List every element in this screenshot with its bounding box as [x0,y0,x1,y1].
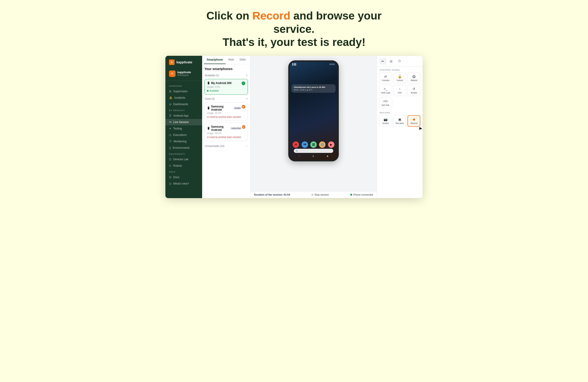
connect-button[interactable]: ⇄ Connect [379,73,392,83]
device-samsung-subscriber-usage: Usage: 30.2% [207,132,245,135]
tab-web[interactable]: Web [226,56,237,64]
screen-button[interactable]: 📷 Screen [379,115,392,127]
sidebar-item-incidents[interactable]: 🔔 Incidents [165,95,202,101]
rotate-button[interactable]: ↺ Rotate [407,85,420,96]
panel-tab-clock[interactable]: ⏱ [396,58,403,64]
app-icon-row: ✉ 🗺 🖼 🌐 ▶ [292,141,336,148]
sidebar-item-dashboards[interactable]: ◎ Dashboards [165,101,202,107]
connected-dot [350,194,352,196]
unlock-icon: 🔓 [398,75,402,78]
sidebar: k kapptivate K kapptivate Workspace OVER… [165,56,202,198]
device-retailer-status: ⊘ Used by another team member [207,116,241,118]
workspace-info: kapptivate Workspace [177,71,191,77]
device-card-samsung-subscriber[interactable]: 📱 Samsung Android subscriber K Usage: 30… [204,122,248,141]
hero-line1-start: Click on [207,10,252,22]
equipments-label: EQUIPMENTS [165,151,202,156]
executions-icon: ◎ [169,133,171,137]
sidebar-item-executions[interactable]: ◎ Executions [165,132,202,138]
adb-logs-button[interactable]: >_ ADB Logs [379,85,392,96]
session-time: 01:54 [284,193,290,196]
used-label: Used (2) [205,97,214,100]
device-card-my-android[interactable]: 📱 My Android 200 ✓ Usage: 0.0% Available [204,79,248,95]
unlock-button[interactable]: 🔓 Unlock [394,73,406,83]
sidebar-item-robots[interactable]: ⊙ Robots [165,162,202,169]
control-panel: ✏ ⊞ ⏱ CONTROL PANEL ⇄ Connect 🔓 Unlock ⏻… [377,56,423,198]
test-auto-label: Test auto. [395,122,404,124]
tab-smartphone[interactable]: Smartphone [204,56,226,64]
workspace-row[interactable]: K kapptivate Workspace [165,69,202,81]
sidebar-logo: k kapptivate [165,60,202,69]
apk-icon: ↑ [399,87,400,91]
sidebar-item-live-session[interactable]: ⟲ Live Session [165,119,202,125]
device-my-android-name: My Android 200 [211,81,231,85]
environments-icon: {} [169,146,171,149]
phone-notification: Abendessen mit Laura in 30 Min 20:30 - 2… [292,84,336,93]
record-button[interactable]: ⏺ Record ▶ [407,115,420,127]
unreachable-group-header[interactable]: Unreachable (10) › [204,143,248,149]
get-xml-label: Get XML [381,104,390,106]
sidebar-dashboards-label: Dashboards [173,103,188,106]
sidebar-item-monitoring[interactable]: ⏱ Monitoring [165,138,202,145]
apk-button[interactable]: ↑ APK [394,85,406,96]
device-samsung-subscriber-name: Samsung Android [211,125,230,132]
tab-sims[interactable]: SIMs [237,56,248,64]
phone-mockup: ▌▌▌ 20:00 Abendessen mit Laura in 30 Min… [288,60,339,161]
nav-recents[interactable]: ■ [327,155,328,157]
unlock-label: Unlock [397,79,403,81]
live-session-icon: ⟲ [169,121,171,124]
panel-tab-edit[interactable]: ✏ [379,58,387,64]
phone-search-bar[interactable]: G [294,149,333,153]
control-panel-label: CONTROL PANEL [377,67,423,73]
get-xml-icon: </> [383,100,388,103]
photos-icon: 🖼 [310,141,317,148]
sidebar-item-supervision[interactable]: ⊞ Supervision [165,88,202,95]
device-samsung-retailer-name: Samsung Android [211,105,232,111]
adb-logs-label: ADB Logs [381,92,390,94]
incidents-icon: 🔔 [169,96,172,100]
panel-tab-grid[interactable]: ⊞ [387,58,395,64]
test-auto-button[interactable]: ▣ Test auto. [394,115,406,127]
device-android-icon: 📱 [207,81,210,84]
unreachable-label: Unreachable (10) [205,145,224,147]
phone-nav-bar: ‹ ● ■ [292,154,336,158]
device-card-samsung-retailer[interactable]: 📱 Samsung Android retailer K Usage: 10.3… [204,102,248,121]
hero-line2: That's it, your test is ready! [223,36,365,48]
device-panel: Smartphone Web SIMs Your smartphones Ava… [202,56,250,198]
google-logo: G [296,150,298,152]
gmail-icon: ✉ [293,141,299,148]
phone-status-bar: ▌▌▌ 20:00 [290,62,337,66]
sidebar-item-testing[interactable]: ✦ Testing [165,125,202,132]
sidebar-item-docs[interactable]: ⊟ Docs [165,174,202,181]
adb-logs-icon: >_ [384,87,387,91]
used-group-header[interactable]: Used (2) ▾ [204,96,248,101]
nav-back[interactable]: ‹ [299,155,299,157]
device-samsung-retailer-usage: Usage: 10.3% [207,112,245,114]
device-list-title: Your smartphones [204,67,248,71]
stop-session-button[interactable]: ⊙ Stop session [312,193,329,196]
reboot-button[interactable]: ⏻ Reboot [407,73,420,83]
sidebar-item-devices-lab[interactable]: ⊡ Devices Lab [165,156,202,162]
sidebar-item-environments[interactable]: {} Environments [165,145,202,151]
available-group-header[interactable]: Available (1) ▾ [204,73,248,78]
app-window: k kapptivate K kapptivate Workspace OVER… [165,56,423,198]
connected-label: Phone connected [353,193,373,196]
device-samsung-retailer-icon: 📱 [207,106,210,109]
get-xml-button[interactable]: </> Get XML [379,97,392,108]
sidebar-docs-label: Docs [173,176,179,179]
android-app-arrow: › [198,114,198,117]
sidebar-item-android-app[interactable]: ☰ Android App › [165,113,202,119]
supervision-icon: ⊞ [169,90,171,93]
stop-icon: ⊙ [312,193,314,196]
available-status-dot [207,90,209,92]
connect-icon: ⇄ [384,75,387,78]
device-subscriber-user-badge: K [242,125,245,129]
logo-icon: k [169,60,175,65]
sidebar-item-whats-new[interactable]: ◎ What's new? [165,181,202,187]
whats-new-icon: ◎ [169,182,171,185]
sidebar-live-session-label: Live Session [173,121,189,124]
phone-content: Abendessen mit Laura in 30 Min 20:30 - 2… [290,66,337,160]
nav-home[interactable]: ● [313,155,314,157]
workspace-avatar: K [169,70,175,77]
device-my-android-usage: Usage: 0.0% [207,86,245,88]
maps-icon: 🗺 [302,141,308,148]
